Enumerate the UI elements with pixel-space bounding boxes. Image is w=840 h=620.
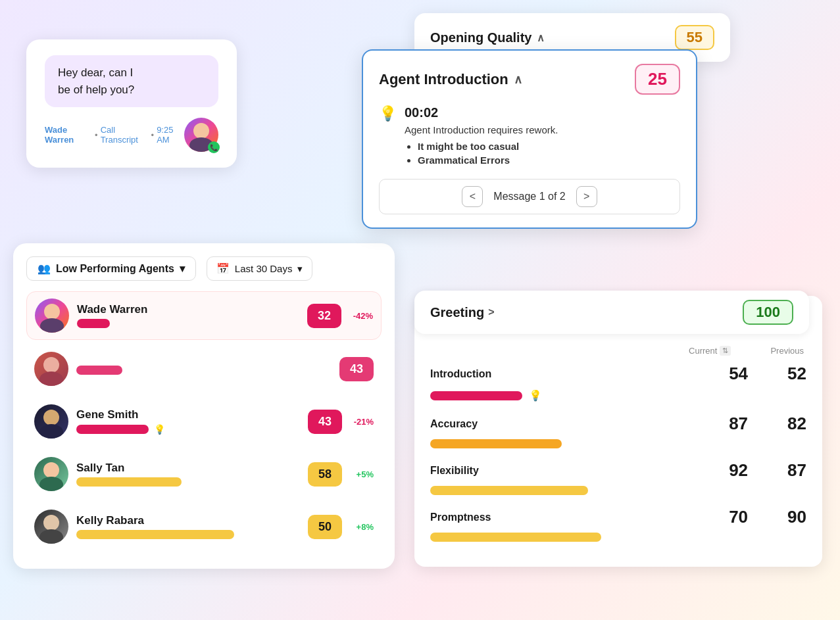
introduction-bulb-icon: 💡 (529, 389, 542, 402)
ai-header: Agent Introduction ∧ 25 (379, 64, 680, 95)
svg-point-7 (39, 424, 63, 439)
lpa-chevron-icon: ▾ (180, 262, 185, 275)
svg-point-0 (193, 123, 209, 139)
gene-bar (76, 425, 149, 434)
avatar-person2 (34, 352, 68, 386)
next-message-button[interactable]: > (576, 186, 597, 207)
kelly-pct: +8% (350, 522, 374, 532)
oq-header: Opening Quality ∧ 55 (430, 25, 714, 50)
introduction-bar (430, 391, 522, 400)
aoi-row-accuracy: Accuracy 87 82 (430, 414, 806, 448)
bullet-1: It might be too casual (418, 141, 558, 152)
greeting-row: Greeting > 100 (414, 291, 809, 334)
sally-bar (76, 477, 182, 487)
flexibility-current: 92 (729, 460, 748, 481)
chat-avatar-row: Wade Warren • Call Transcript • 9:25 AM … (45, 118, 218, 152)
agent-row-sally[interactable]: Sally Tan 58 +5% (26, 450, 382, 498)
aoi-row-flexibility: Flexibility 92 87 (430, 460, 806, 495)
svg-point-10 (43, 515, 59, 531)
svg-point-11 (39, 529, 63, 544)
introduction-previous: 52 (787, 364, 806, 384)
aoi-label-promptness: Promptness (430, 512, 491, 523)
chat-meta: Wade Warren • Call Transcript • 9:25 AM (45, 125, 184, 145)
aoi-row-promptness: Promptness 70 90 (430, 507, 806, 542)
call-transcript-link[interactable]: Call Transcript (101, 125, 149, 145)
promptness-previous: 90 (787, 507, 806, 527)
greeting-chevron-icon[interactable]: > (488, 306, 494, 318)
accuracy-current: 87 (729, 414, 748, 434)
avatar-kelly-rabara (34, 510, 68, 544)
flexibility-bar (430, 486, 588, 495)
chat-bubble: Hey dear, can I be of help you? (45, 55, 218, 107)
svg-point-9 (39, 477, 63, 491)
svg-point-5 (39, 371, 63, 386)
low-performing-agents-card: 👥 Low Performing Agents ▾ 📅 Last 30 Days… (13, 243, 395, 569)
date-chevron-icon: ▾ (297, 263, 303, 275)
ai-nav: < Message 1 of 2 > (379, 179, 680, 214)
ai-bullets: It might be too casual Grammatical Error… (405, 141, 558, 166)
ai-chevron-icon[interactable]: ∧ (514, 72, 522, 87)
svg-point-3 (40, 318, 64, 333)
sally-score: 58 (308, 462, 342, 487)
calendar-icon: 📅 (216, 262, 230, 275)
gene-score: 43 (308, 410, 342, 434)
aoi-label-flexibility: Flexibility (430, 465, 479, 477)
ai-desc: Agent Introduction requires rework. (405, 124, 558, 135)
kelly-bar (76, 530, 234, 539)
aoi-label-accuracy: Accuracy (430, 418, 478, 430)
agent-name-link[interactable]: Wade Warren (45, 125, 92, 145)
prev-message-button[interactable]: < (462, 186, 483, 207)
avatar-sally-tan (34, 457, 68, 491)
wade-score: 32 (307, 304, 341, 328)
avatar-gene-smith (34, 404, 68, 439)
sort-icon[interactable]: ⇅ (720, 346, 731, 356)
greeting-title-text: Greeting (430, 305, 484, 320)
kelly-score: 50 (308, 515, 342, 539)
oq-score: 55 (675, 25, 714, 50)
promptness-current: 70 (729, 507, 748, 527)
person2-bar (76, 366, 122, 375)
chat-bubble-text: Hey dear, can I be of help you? (58, 64, 134, 98)
greeting-title: Greeting > (430, 305, 495, 320)
agent-name-wade: Wade Warren (77, 303, 299, 316)
bulb-icon: 💡 (379, 105, 397, 168)
introduction-current: 54 (729, 364, 748, 384)
person2-score: 43 (339, 357, 374, 381)
agent-row-kelly[interactable]: Kelly Rabara 50 +8% (26, 503, 382, 550)
agent-name-gene: Gene Smith (76, 408, 300, 421)
agent-row-wade[interactable]: Wade Warren 32 -42% (26, 291, 382, 340)
low-performing-agents-button[interactable]: 👥 Low Performing Agents ▾ (26, 256, 196, 281)
lpa-title-label: Low Performing Agents (56, 263, 174, 275)
timestamp: 9:25 AM (157, 125, 184, 145)
wade-pct: -42% (349, 311, 373, 321)
gene-bulb-icon: 💡 (154, 424, 165, 435)
aoi-card: Areas of Improvement ▼ Current ⇅ Previou… (414, 296, 822, 567)
ai-content: 00:02 Agent Introduction requires rework… (405, 105, 558, 168)
agent-name-sally: Sally Tan (76, 462, 300, 475)
date-range-button[interactable]: 📅 Last 30 Days ▾ (207, 256, 313, 281)
aoi-column-headers: Current ⇅ Previous (430, 346, 806, 356)
svg-point-4 (43, 357, 59, 373)
accuracy-previous: 82 (787, 414, 806, 434)
lpa-header: 👥 Low Performing Agents ▾ 📅 Last 30 Days… (26, 256, 382, 281)
svg-point-2 (44, 304, 60, 320)
oq-title-text: Opening Quality (430, 30, 531, 45)
agent-row-person2[interactable]: 43 (26, 345, 382, 393)
ai-title-text: Agent Introduction (379, 71, 508, 88)
person-group-icon: 👥 (37, 262, 51, 275)
agent-row-gene[interactable]: Gene Smith 💡 43 -21% (26, 398, 382, 445)
wade-bar (77, 319, 110, 328)
aoi-label-introduction: Introduction (430, 368, 491, 380)
agent-name-kelly: Kelly Rabara (76, 514, 300, 527)
avatar-wade-warren (35, 298, 69, 333)
col-current: Current ⇅ (689, 346, 731, 356)
col-previous: Previous (770, 346, 804, 356)
ai-nav-text: Message 1 of 2 (493, 191, 565, 203)
bullet-2: Grammatical Errors (418, 155, 558, 166)
agent-intro-card: Agent Introduction ∧ 25 💡 00:02 Agent In… (362, 49, 697, 229)
oq-chevron-icon[interactable]: ∧ (537, 32, 545, 44)
aoi-row-introduction: Introduction 54 52 💡 (430, 364, 806, 402)
date-range-label: Last 30 Days (235, 263, 293, 274)
phone-badge: 📞 (208, 141, 220, 153)
ai-body: 💡 00:02 Agent Introduction requires rewo… (379, 105, 680, 168)
